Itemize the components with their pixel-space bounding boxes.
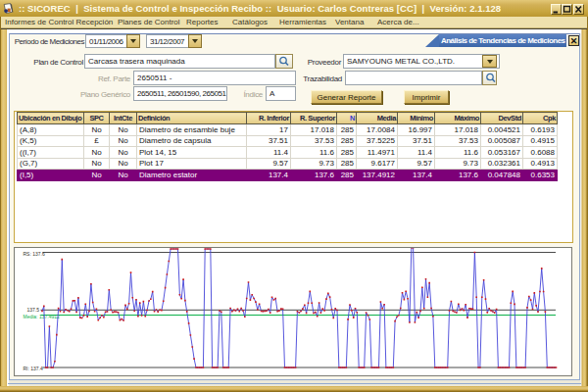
svg-text:RS: 137.6: RS: 137.6 <box>24 251 45 257</box>
svg-text:137.5: 137.5 <box>27 307 40 313</box>
svg-text:RI: 137.4: RI: 137.4 <box>24 366 44 371</box>
svg-text:Media: 137.4912: Media: 137.4912 <box>24 314 60 319</box>
